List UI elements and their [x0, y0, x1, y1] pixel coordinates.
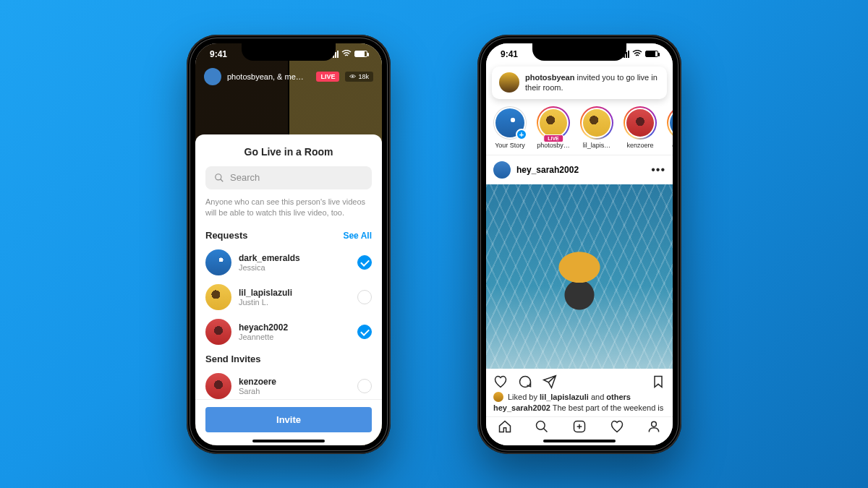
liked-by-suffix: and: [589, 393, 606, 401]
phone-right: 9:41 photosbyean invited you to go live …: [477, 35, 681, 454]
story-live-badge: LIVE: [543, 134, 563, 142]
home-tab-icon[interactable]: [498, 419, 512, 437]
comment-icon[interactable]: [518, 374, 532, 389]
story-label: lil_lapis…: [583, 142, 611, 149]
request-row[interactable]: heyach2002 Jeannette: [195, 314, 382, 349]
story-label: photosby…: [537, 142, 570, 149]
go-live-sheet: Go Live in a Room Search Anyone who can …: [195, 134, 382, 445]
display-name: Jeannette: [239, 333, 350, 341]
requests-title: Requests: [205, 230, 248, 241]
screen-right: 9:41 photosbyean invited you to go live …: [486, 43, 673, 445]
svg-line-4: [544, 429, 548, 432]
username: lil_lapislazuli: [239, 288, 350, 298]
notch: [242, 43, 336, 61]
likes-row[interactable]: Liked by lil_lapislazuli and others: [486, 392, 673, 403]
liked-by-prefix: Liked by: [508, 393, 540, 401]
username: heyach2002: [239, 322, 350, 333]
svg-line-2: [221, 179, 224, 181]
requests-list: dark_emeralds Jessica lil_lapislazuli Ju…: [195, 245, 382, 398]
visibility-hint: Anyone who can see this person's live vi…: [195, 197, 382, 226]
profile-tab-icon[interactable]: [647, 419, 661, 437]
user-avatar[interactable]: [205, 373, 231, 398]
liker-avatar: [493, 392, 503, 402]
post-author-username[interactable]: hey_sarah2002: [516, 165, 645, 175]
viewer-count: 18k: [358, 73, 369, 80]
battery-icon: [645, 51, 658, 57]
story-your-story[interactable]: + Your Story: [492, 106, 528, 149]
caption-text: The best part of the weekend is: [550, 403, 663, 412]
selection-checkbox[interactable]: [357, 325, 372, 339]
sheet-title: Go Live in a Room: [195, 134, 382, 166]
display-name: Justin L.: [239, 298, 350, 307]
see-all-link[interactable]: See All: [343, 231, 372, 241]
live-badge: LIVE: [316, 72, 339, 82]
invite-row[interactable]: kenzoere Sarah: [195, 369, 382, 398]
bookmark-icon[interactable]: [651, 374, 665, 389]
story-item[interactable]: LIVE photosby…: [535, 106, 571, 149]
svg-point-0: [352, 75, 354, 77]
status-time: 9:41: [501, 49, 518, 59]
create-tab-icon[interactable]: [572, 419, 587, 437]
story-label: Your Story: [495, 142, 525, 149]
wifi-icon: [632, 49, 642, 59]
post-image[interactable]: [486, 184, 673, 368]
home-indicator[interactable]: [252, 440, 325, 442]
request-row[interactable]: dark_emeralds Jessica: [195, 245, 382, 280]
broadcaster-avatar[interactable]: [204, 68, 221, 85]
viewer-count-badge[interactable]: 18k: [345, 72, 373, 82]
display-name: Sarah: [239, 387, 350, 395]
liked-by-others[interactable]: others: [606, 393, 631, 401]
home-indicator[interactable]: [543, 440, 616, 442]
search-tab-icon[interactable]: [535, 419, 549, 437]
svg-point-8: [652, 421, 657, 427]
post-actions: [486, 369, 673, 392]
status-right-icons: [621, 49, 658, 59]
username: kenzoere: [239, 377, 350, 387]
svg-point-3: [537, 421, 545, 430]
invite-bar: Invite: [195, 399, 382, 445]
notification-text: photosbyean invited you to go live in th…: [525, 72, 660, 94]
story-item[interactable]: lil_lapis…: [579, 106, 615, 149]
story-label: dark_…: [672, 142, 673, 149]
live-invite-notification[interactable]: photosbyean invited you to go live in th…: [492, 67, 667, 100]
request-row[interactable]: lil_lapislazuli Justin L.: [195, 280, 382, 314]
search-input[interactable]: Search: [205, 166, 372, 189]
battery-icon: [354, 51, 367, 57]
notification-avatar: [499, 72, 519, 93]
story-item[interactable]: kenzoere: [622, 106, 658, 149]
post-author-avatar[interactable]: [493, 161, 511, 179]
send-invites-title: Send Invites: [205, 354, 261, 364]
post-caption: hey_sarah2002 The best part of the weeke…: [486, 403, 673, 416]
selection-checkbox[interactable]: [357, 255, 372, 270]
like-icon[interactable]: [493, 374, 508, 389]
broadcaster-usernames[interactable]: photosbyean, & me…: [227, 72, 310, 81]
user-avatar[interactable]: [205, 249, 231, 275]
story-item[interactable]: dark_…: [665, 106, 673, 149]
selection-checkbox[interactable]: [357, 290, 372, 304]
feed-screen: 9:41 photosbyean invited you to go live …: [486, 43, 673, 445]
phone-left: 9:41 photosbyean, & me… LIVE 18k Go Live…: [187, 35, 391, 454]
notch: [532, 43, 626, 61]
share-icon[interactable]: [542, 374, 557, 389]
caption-username[interactable]: hey_sarah2002: [493, 403, 550, 412]
wifi-icon: [341, 49, 352, 59]
user-avatar[interactable]: [205, 284, 231, 310]
display-name: Jessica: [239, 263, 350, 272]
invite-button[interactable]: Invite: [205, 407, 372, 432]
username: dark_emeralds: [239, 253, 350, 263]
liked-by-user[interactable]: lil_lapislazuli: [540, 393, 589, 401]
live-header: photosbyean, & me… LIVE 18k: [195, 68, 382, 85]
send-invites-section-header: Send Invites: [195, 349, 382, 369]
selection-checkbox[interactable]: [357, 379, 372, 393]
post-header: hey_sarah2002 •••: [486, 155, 673, 184]
story-label: kenzoere: [626, 142, 653, 149]
add-story-icon[interactable]: +: [516, 129, 527, 140]
post-more-icon[interactable]: •••: [651, 163, 665, 176]
status-right-icons: [331, 49, 367, 59]
activity-tab-icon[interactable]: [610, 419, 624, 437]
search-icon: [214, 173, 224, 183]
svg-point-1: [216, 174, 221, 179]
search-placeholder: Search: [230, 172, 260, 183]
user-avatar[interactable]: [205, 319, 231, 345]
stories-tray[interactable]: + Your Story LIVE photosby… lil_lapis… k…: [486, 103, 673, 155]
